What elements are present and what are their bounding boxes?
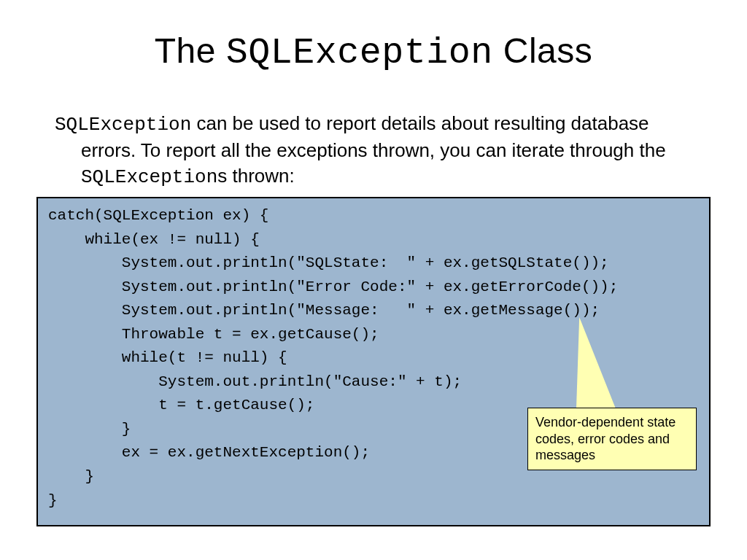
- slide: The SQLException Class SQLException can …: [0, 0, 747, 560]
- title-mono: SQLException: [226, 32, 493, 74]
- description: SQLException can be used to report detai…: [55, 111, 697, 190]
- code-block: catch(SQLException ex) { while(ex != nul…: [36, 197, 711, 526]
- desc-part2a: can iterate through the: [476, 139, 665, 161]
- desc-part2b: s thrown:: [217, 165, 295, 187]
- title-pre: The: [155, 31, 226, 70]
- desc-mono-1: SQLException: [55, 114, 191, 136]
- desc-mono-2: SQLException: [81, 166, 217, 188]
- title-post: Class: [493, 31, 592, 70]
- code-text: catch(SQLException ex) { while(ex != nul…: [48, 204, 699, 513]
- slide-title: The SQLException Class: [0, 31, 747, 74]
- desc-part1a: can be used to report details about resu…: [191, 112, 565, 134]
